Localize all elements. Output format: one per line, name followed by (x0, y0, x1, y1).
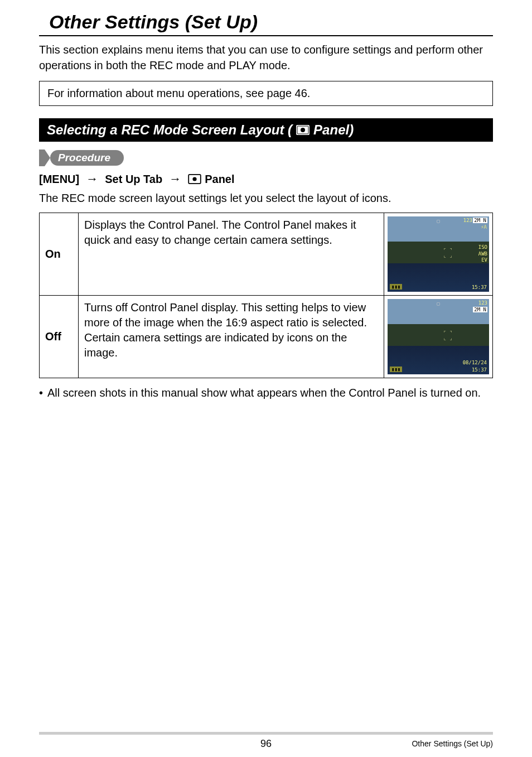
osd-focus-brackets: ⌜ ⌝⌞ ⌟ (443, 330, 452, 341)
procedure-label: Procedure (50, 150, 124, 166)
footer: 96 Other Settings (Set Up) (39, 732, 493, 748)
panel-icon (188, 174, 201, 184)
panel-token: Panel (205, 173, 234, 186)
page-number: 96 (260, 738, 272, 750)
osd-count: 123 (463, 218, 472, 223)
osd-focus-brackets: ⌜ ⌝⌞ ⌟ (443, 247, 452, 258)
svg-point-1 (301, 128, 305, 132)
info-box: For information about menu operations, s… (39, 81, 493, 106)
arrow-icon: → (86, 172, 98, 186)
osd-iso: ISO (478, 244, 487, 251)
osd-date: 08/12/24 (463, 360, 487, 365)
osd-badge: 2M N (473, 218, 487, 223)
option-off-label: Off (40, 296, 79, 378)
procedure-tab-icon (39, 150, 45, 166)
footer-divider (39, 732, 493, 735)
option-on-desc: Displays the Control Panel. The Control … (79, 213, 384, 296)
option-on-preview: ▢ 123 2M N ⚡A ⌜ ⌝⌞ ⌟ ISO AWB EV ▮▮▮ 15:3… (384, 213, 493, 296)
note-bullet: • All screen shots in this manual show w… (39, 385, 493, 401)
osd-awb: AWB (478, 251, 487, 258)
osd-ev: EV (478, 257, 487, 264)
section-header-pre: Selecting a REC Mode Screen Layout ( (47, 122, 292, 138)
osd-count: 123 (478, 300, 487, 306)
footer-chapter: Other Settings (Set Up) (412, 739, 493, 748)
screen-preview-off: ▢ 123 2M N ⌜ ⌝⌞ ⌟ ▮▮▮ 08/12/24 15:37 (388, 299, 489, 374)
table-row: Off Turns off Control Panel display. Thi… (40, 296, 493, 378)
section-header: Selecting a REC Mode Screen Layout ( Pan… (39, 118, 493, 142)
osd-flash: ⚡A (481, 224, 487, 230)
osd-focus-icon: ▢ (437, 218, 439, 224)
option-off-desc: Turns off Control Panel display. This se… (79, 296, 384, 378)
note-text: All screen shots in this manual show wha… (47, 385, 481, 401)
layout-intro: The REC mode screen layout settings let … (39, 192, 493, 205)
option-off-preview: ▢ 123 2M N ⌜ ⌝⌞ ⌟ ▮▮▮ 08/12/24 15:37 (384, 296, 493, 378)
osd-focus-icon: ▢ (437, 301, 439, 306)
section-header-post: Panel) (313, 122, 354, 138)
setup-token: Set Up Tab (105, 173, 162, 186)
procedure-label-wrap: Procedure (39, 150, 493, 166)
svg-point-4 (193, 177, 197, 181)
osd-battery: ▮▮▮ (390, 284, 402, 290)
menu-token: [MENU] (39, 173, 79, 186)
arrow-icon: → (169, 172, 181, 186)
osd-time: 15:37 (472, 367, 487, 373)
osd-time: 15:37 (472, 285, 487, 290)
panel-icon (296, 124, 310, 136)
page-title: Other Settings (Set Up) (39, 11, 493, 36)
bullet-icon: • (39, 385, 43, 401)
intro-text: This section explains menu items that yo… (39, 42, 493, 73)
option-on-label: On (40, 213, 79, 296)
table-row: On Displays the Control Panel. The Contr… (40, 213, 493, 296)
procedure-path: [MENU] → Set Up Tab → Panel (39, 172, 493, 186)
osd-badge: 2M N (473, 307, 487, 312)
osd-battery: ▮▮▮ (390, 367, 402, 372)
screen-preview-on: ▢ 123 2M N ⚡A ⌜ ⌝⌞ ⌟ ISO AWB EV ▮▮▮ 15:3… (388, 216, 489, 292)
options-table: On Displays the Control Panel. The Contr… (39, 213, 493, 378)
osd-right-col: ISO AWB EV (478, 244, 487, 264)
